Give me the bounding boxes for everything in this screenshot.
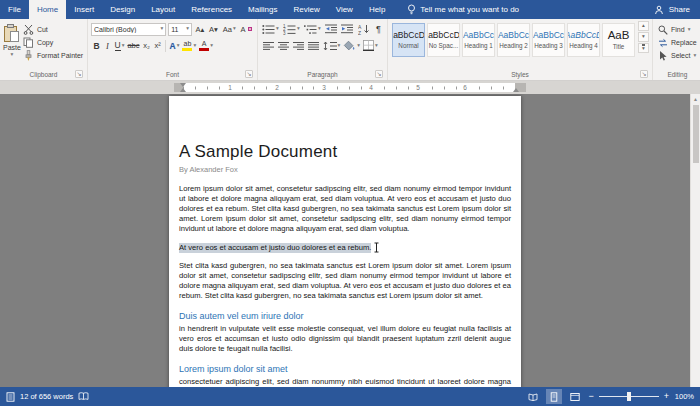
clear-formatting-button[interactable]: A — [239, 22, 254, 36]
scroll-up-arrow-icon[interactable]: ▲ — [693, 94, 698, 104]
clipboard-dialog-launcher[interactable]: ↘ — [75, 70, 83, 78]
highlight-color-button[interactable]: ab ▾ — [181, 39, 198, 53]
cut-button[interactable]: Cut — [21, 23, 85, 36]
align-right-button[interactable] — [291, 39, 306, 53]
divider — [165, 40, 166, 52]
style-preview: AaBbCcDd — [427, 31, 460, 40]
tab-references[interactable]: References — [183, 0, 240, 19]
align-left-button[interactable] — [261, 39, 276, 53]
zoom-level[interactable]: 100% — [674, 392, 694, 401]
zoom-out-button[interactable]: − — [588, 392, 593, 401]
grow-font-button[interactable]: A▴ — [194, 22, 206, 36]
italic-button[interactable]: I — [102, 39, 113, 53]
tab-help[interactable]: Help — [361, 0, 393, 19]
find-button[interactable]: Find ▾ — [656, 23, 699, 36]
share-button[interactable]: Share — [669, 5, 690, 14]
proofing-icon[interactable] — [78, 392, 89, 401]
select-dropdown-icon: ▾ — [693, 53, 696, 59]
replace-button[interactable]: Replace — [656, 36, 699, 49]
word-count[interactable]: 12 of 656 words — [20, 392, 73, 401]
web-layout-button[interactable] — [567, 389, 583, 404]
text-effects-button[interactable]: A ▾ — [168, 39, 181, 53]
font-dialog-launcher[interactable]: ↘ — [245, 70, 253, 78]
styles-scroll-up-button[interactable]: ▴ — [638, 21, 649, 31]
tab-home[interactable]: Home — [29, 0, 66, 19]
bullets-button[interactable]: ▾ — [261, 22, 280, 36]
scrollbar-thumb[interactable] — [693, 105, 699, 163]
font-group: Calibri (Body) ▾ 11 ▾ A▴ A▾ Aa ▾ A — [88, 19, 258, 80]
print-layout-button[interactable] — [546, 389, 562, 404]
styles-gallery: AaBbCcDd Normal AaBbCcDd No Spac... AaBb… — [391, 21, 636, 59]
shrink-font-button[interactable]: A▾ — [208, 22, 220, 36]
strikethrough-button[interactable]: abc — [126, 39, 141, 53]
tab-insert[interactable]: Insert — [66, 0, 102, 19]
font-size-select[interactable]: 11 ▾ — [168, 23, 192, 36]
tab-mailings[interactable]: Mailings — [240, 0, 285, 19]
ruler-number: 1 — [227, 84, 233, 91]
show-hide-paragraph-button[interactable]: ¶ — [373, 22, 384, 36]
style-name: No Spac... — [429, 42, 458, 49]
style-no-spacing[interactable]: AaBbCcDd No Spac... — [427, 23, 460, 57]
style-heading-4[interactable]: AaBbCcD Heading 4 — [567, 23, 600, 57]
select-button[interactable]: Select ▾ — [656, 49, 699, 62]
right-indent-marker[interactable] — [513, 88, 519, 92]
style-normal[interactable]: AaBbCcDd Normal — [392, 23, 425, 57]
find-dropdown-icon: ▾ — [688, 27, 691, 33]
paragraph-dialog-launcher[interactable]: ↘ — [375, 70, 383, 78]
selected-text[interactable]: At vero eos et accusam et justo duo dolo… — [179, 243, 371, 253]
numbering-button[interactable]: 123 ▾ — [282, 22, 301, 36]
style-heading-1[interactable]: AaBbCc Heading 1 — [462, 23, 495, 57]
tab-review[interactable]: Review — [285, 0, 327, 19]
zoom-in-button[interactable]: + — [664, 392, 669, 401]
status-left: 12 of 656 words — [6, 392, 89, 402]
tab-layout[interactable]: Layout — [143, 0, 183, 19]
font-family-select[interactable]: Calibri (Body) ▾ — [91, 23, 166, 36]
doc-selected-line: At vero eos et accusam et justo duo dolo… — [179, 242, 511, 253]
align-right-icon — [293, 41, 305, 51]
format-painter-button[interactable]: Format Painter — [21, 49, 85, 62]
line-spacing-button[interactable]: ▾ — [321, 39, 342, 53]
doc-paragraph-1: Lorem ipsum dolor sit amet, consetetur s… — [179, 184, 511, 234]
hanging-indent-marker[interactable] — [180, 88, 186, 92]
styles-scroll-down-button[interactable]: ▾ — [638, 32, 649, 42]
align-center-button[interactable] — [276, 39, 291, 53]
tab-view[interactable]: View — [328, 0, 361, 19]
style-title[interactable]: AaB Title — [602, 23, 635, 57]
copy-label: Copy — [37, 39, 53, 46]
shading-button[interactable]: ▾ — [342, 39, 362, 53]
bold-button[interactable]: B — [91, 39, 102, 53]
font-color-button[interactable]: A ▾ — [198, 39, 215, 53]
zoom-slider[interactable] — [599, 392, 659, 401]
paste-button[interactable]: Paste ▾ — [3, 21, 21, 58]
vertical-scrollbar[interactable]: ▲ — [690, 94, 700, 387]
zoom-slider-thumb[interactable] — [627, 392, 631, 401]
sort-button[interactable]: AZ — [357, 22, 371, 36]
read-mode-button[interactable] — [525, 389, 541, 404]
first-line-indent-marker[interactable] — [180, 83, 186, 87]
page-info-icon[interactable] — [6, 392, 15, 402]
style-heading-2[interactable]: AaBbCc Heading 2 — [497, 23, 530, 57]
tell-me-box[interactable]: Tell me what you want to do — [407, 0, 519, 19]
copy-button[interactable]: Copy — [21, 36, 85, 49]
document-page[interactable]: A Sample Document By Alexander Fox Lorem… — [169, 96, 521, 387]
tab-design[interactable]: Design — [102, 0, 143, 19]
decrease-indent-button[interactable] — [324, 22, 338, 36]
styles-dialog-launcher[interactable]: ↘ — [640, 70, 648, 78]
ribbon-tab-bar: File Home Insert Design Layout Reference… — [0, 0, 700, 19]
superscript-button[interactable]: x² — [152, 39, 163, 53]
subscript-button[interactable]: x₂ — [141, 39, 152, 53]
increase-indent-button[interactable] — [340, 22, 354, 36]
underline-button[interactable]: U ▾ — [113, 39, 126, 53]
borders-button[interactable]: ▾ — [362, 39, 380, 53]
multilevel-list-button[interactable]: ▾ — [303, 22, 322, 36]
svg-text:3: 3 — [283, 31, 286, 35]
font-color-dropdown-icon: ▾ — [210, 43, 213, 49]
change-case-button[interactable]: Aa ▾ — [221, 22, 237, 36]
horizontal-ruler[interactable]: 1 2 3 4 5 6 — [0, 81, 700, 94]
tab-file[interactable]: File — [0, 0, 29, 19]
styles-group-label: Styles ↘ — [391, 69, 649, 80]
styles-more-button[interactable]: ▾ — [638, 43, 649, 53]
paragraph-group-label: Paragraph ↘ — [261, 69, 384, 80]
justify-button[interactable] — [306, 39, 321, 53]
style-heading-3[interactable]: AaBbCc Heading 3 — [532, 23, 565, 57]
